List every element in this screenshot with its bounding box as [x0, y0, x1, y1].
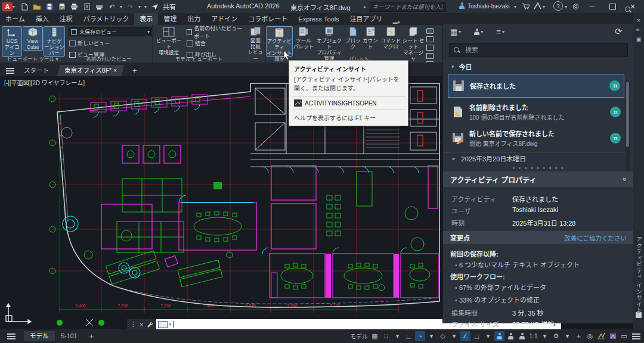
tab-parametric[interactable]: パラメトリック [78, 13, 135, 25]
avatar[interactable]: TI [610, 133, 621, 144]
minimize-button[interactable]: ─ [584, 1, 600, 12]
command-type-icon[interactable] [158, 321, 168, 328]
drawing-compare-button[interactable]: 図面 比較 [246, 26, 265, 49]
tab-layout-s101[interactable]: S-101 [55, 331, 83, 341]
date-group-row[interactable]: ▸ 2025年3月20日木曜日 [453, 154, 526, 163]
isolate-objects-icon[interactable]: ◎ [585, 331, 595, 341]
view-cube-button[interactable]: View Cube [23, 26, 43, 51]
snap-mode-icon[interactable]: ∷ [381, 331, 391, 341]
redo-caret-icon[interactable]: ▾ [138, 4, 141, 10]
new-layout-button[interactable]: + [83, 331, 100, 341]
annotation-scale-icon[interactable] [517, 331, 527, 341]
object-snap-icon[interactable]: □ [472, 331, 482, 341]
refresh-icon[interactable]: ⟳ [615, 26, 623, 37]
blocks-palette-button[interactable]: ブロック [345, 26, 361, 49]
palette-grid-icon[interactable] [426, 53, 434, 59]
collapse-chevrons-icon[interactable]: » [621, 177, 628, 181]
tab-express-tools[interactable]: Express Tools [293, 13, 344, 25]
ribbon-collapse-icon[interactable]: ▬▾ [393, 20, 400, 25]
annotation-visibility-icon[interactable] [494, 331, 504, 341]
tab-model-space[interactable]: モデル [24, 331, 55, 341]
plot-icon[interactable] [70, 2, 79, 11]
filter-type-icon[interactable]: ≡▾ [496, 27, 504, 36]
palette-vertical-title[interactable]: アクティビティ インサイト [634, 236, 643, 314]
panel-scrollbar[interactable] [626, 80, 630, 176]
palette-grid-icon[interactable] [426, 45, 434, 51]
close-command-icon[interactable]: × [140, 321, 143, 328]
tab-insert[interactable]: 挿入 [30, 13, 54, 25]
feed-item-purged[interactable]: 名前削除されました 100 個の項目が名前削除されました TI [448, 100, 624, 124]
autodesk-caret-icon[interactable]: ▾ [543, 4, 545, 10]
tool-palettes-button[interactable]: ツール パレット [293, 26, 314, 49]
print-icon[interactable] [95, 2, 104, 11]
autocad-logo-icon[interactable]: A [2, 2, 13, 11]
assistant-icon[interactable]: ◎ [572, 2, 578, 10]
file-menu-icon[interactable] [6, 68, 14, 74]
user-icon[interactable] [459, 2, 465, 10]
new-view-button[interactable]: 新しいビュー [69, 39, 110, 48]
ortho-mode-icon[interactable]: ∟ [404, 331, 414, 341]
annotation-autoscale-icon[interactable] [506, 331, 516, 341]
tab-collaborate[interactable]: コラボレート [243, 13, 293, 25]
panel-search-input[interactable] [464, 46, 603, 54]
filter-user-icon[interactable]: ▾ [474, 27, 483, 36]
filter-date-icon[interactable]: ▦▾ [450, 27, 461, 36]
today-group-header[interactable]: ▾今日 [451, 62, 472, 71]
palette-close-icon[interactable]: × [633, 15, 644, 25]
clean-screen-icon[interactable]: ▭ [619, 331, 629, 341]
tab-featured-apps[interactable]: 注目アプリ [345, 13, 388, 25]
palette-autohide-icon[interactable]: ⇤ [633, 25, 644, 35]
scale-caret-icon[interactable]: ▾ [540, 331, 550, 341]
add-status-icon[interactable]: + [574, 331, 584, 341]
annotation-scale-value[interactable]: 1:1 [528, 331, 538, 341]
autodesk-icon[interactable] [534, 2, 541, 11]
avatar[interactable]: TI [610, 107, 621, 117]
feed-item-saved[interactable]: 保存されました TI [448, 74, 624, 98]
clipboard-icon[interactable] [635, 311, 642, 319]
feedback-link[interactable]: 改善にご協力ください [564, 233, 627, 242]
close-button[interactable]: × [625, 1, 640, 12]
avatar[interactable]: TI [609, 80, 620, 91]
palette-properties-icon[interactable]: ▣ [633, 35, 644, 44]
panel-label-viewport-tools[interactable]: ビューポート ツール ▾ [0, 55, 66, 62]
viewport-controls-label[interactable]: [-][平面図][2D ワイヤフレーム] [4, 78, 85, 87]
save-icon[interactable] [45, 2, 54, 11]
tab-home[interactable]: ホーム [0, 13, 30, 25]
panel-label-model-viewports[interactable]: モデル ビューポート [152, 55, 246, 62]
save-as-icon[interactable] [57, 2, 66, 11]
polar-caret-icon[interactable]: ▾ [426, 331, 436, 341]
isodraft-icon[interactable]: ◇ [438, 331, 448, 341]
open-file-icon[interactable] [32, 2, 41, 11]
splitter-grip[interactable]: ● ● ● ● ● ● ● ● ● [443, 166, 634, 170]
store-icon[interactable] [522, 2, 530, 11]
graphics-performance-icon[interactable] [596, 331, 606, 341]
grid-display-icon[interactable]: ▦ [370, 331, 380, 341]
named-viewports-button[interactable]: 名前の付いたビューポート [187, 27, 246, 36]
palette-grid-icon[interactable] [426, 36, 434, 42]
tab-view[interactable]: 表示 [134, 13, 158, 25]
customize-wrench-icon[interactable] [146, 321, 153, 328]
panel-search[interactable] [449, 43, 628, 57]
signed-in-user[interactable]: Toshiaki-Isezaki [467, 3, 510, 10]
share-icon[interactable] [150, 2, 159, 11]
hardware-acceleration-icon[interactable] [608, 331, 618, 341]
tab-output[interactable]: 出力 [182, 13, 206, 25]
panel-label-review[interactable]: レビュー [246, 48, 265, 62]
qat-customize-icon[interactable]: ▾ [144, 4, 147, 10]
isodraft-caret-icon[interactable]: ▾ [449, 331, 459, 341]
view-dropdown[interactable]: 未保存のビュー ▾ [69, 27, 152, 36]
command-line-grip[interactable]: ⋮ × [127, 319, 156, 329]
restore-button[interactable] [605, 1, 620, 12]
navigation-bar-button[interactable]: ナビゲーション バー [44, 26, 65, 57]
activity-insights-toggle-icon[interactable] [426, 28, 434, 34]
undo-icon[interactable]: ↶ [107, 2, 116, 11]
help-caret-icon[interactable]: ▾ [565, 4, 567, 10]
sheet-icon[interactable] [82, 2, 91, 11]
undo-caret-icon[interactable]: ▾ [120, 4, 122, 10]
workspace-gear-icon[interactable]: ⚙ [551, 331, 561, 341]
new-file-icon[interactable] [20, 2, 29, 11]
snap-caret-icon[interactable]: ▾ [392, 331, 402, 341]
properties-header[interactable]: アクティビティ プロパティ » [443, 172, 634, 187]
layout-menu-icon[interactable] [7, 333, 16, 339]
polar-tracking-icon[interactable]: ◔ [415, 331, 425, 341]
